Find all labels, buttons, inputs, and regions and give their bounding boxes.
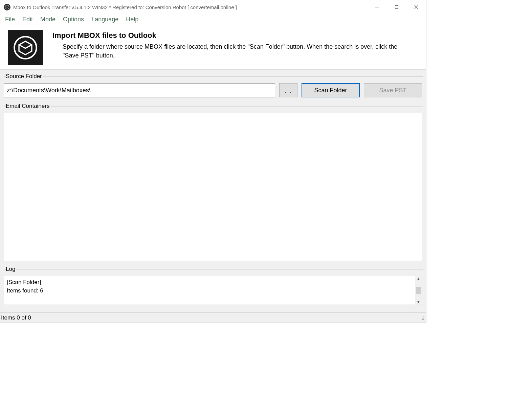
header-headline: Import MBOX files to Outlook [52, 30, 408, 41]
svg-point-8 [422, 318, 423, 319]
header-subtext: Specify a folder where source MBOX files… [63, 42, 408, 60]
menu-mode[interactable]: Mode [40, 16, 56, 23]
log-group: Log [Scan Folder] Items found: 6 ▲ ▼ [4, 266, 423, 307]
email-containers-legend: Email Containers [6, 103, 51, 110]
menu-edit[interactable]: Edit [22, 16, 33, 23]
menu-file[interactable]: File [5, 16, 15, 23]
source-folder-legend: Source Folder [6, 73, 43, 80]
svg-point-11 [422, 319, 423, 320]
scan-folder-button[interactable]: Scan Folder [302, 83, 360, 97]
log-output[interactable]: [Scan Folder] Items found: 6 [4, 276, 415, 305]
status-text: Items 0 of 0 [1, 314, 31, 321]
app-icon [4, 4, 10, 10]
email-containers-list[interactable] [4, 113, 422, 261]
resize-grip-icon[interactable] [419, 315, 425, 321]
source-folder-group: Source Folder ... Scan Folder Save PST [4, 73, 423, 99]
minimize-button[interactable] [367, 0, 387, 14]
svg-point-10 [421, 319, 421, 320]
body: Source Folder ... Scan Folder Save PST E… [0, 70, 426, 312]
window-title: Mbox to Outlook Transfer v.5.4.1.2 WIN32… [13, 4, 237, 10]
scroll-up-icon[interactable]: ▲ [417, 277, 420, 281]
titlebar: Mbox to Outlook Transfer v.5.4.1.2 WIN32… [0, 0, 426, 14]
menu-help[interactable]: Help [126, 16, 138, 23]
scroll-down-icon[interactable]: ▼ [417, 300, 420, 304]
log-scrollbar[interactable]: ▲ ▼ [415, 276, 422, 305]
svg-rect-2 [395, 6, 398, 9]
menu-language[interactable]: Language [91, 16, 118, 23]
app-window: Mbox to Outlook Transfer v.5.4.1.2 WIN32… [0, 0, 426, 323]
maximize-button[interactable] [387, 0, 406, 14]
close-button[interactable] [406, 0, 426, 14]
window-controls [367, 0, 426, 14]
svg-point-12 [423, 319, 424, 320]
browse-button[interactable]: ... [279, 83, 297, 97]
header-panel: Import MBOX files to Outlook Specify a f… [0, 26, 426, 70]
svg-point-9 [423, 318, 424, 319]
svg-point-0 [5, 5, 9, 9]
header-text: Import MBOX files to Outlook Specify a f… [43, 30, 408, 65]
email-containers-group: Email Containers [4, 103, 423, 262]
menu-options[interactable]: Options [63, 16, 84, 23]
envelope-logo-icon [8, 30, 43, 65]
source-folder-input[interactable] [4, 83, 275, 97]
log-legend: Log [6, 266, 17, 273]
statusbar: Items 0 of 0 [0, 312, 426, 323]
menubar: File Edit Mode Options Language Help [0, 14, 426, 26]
save-pst-button[interactable]: Save PST [364, 83, 422, 97]
scroll-thumb[interactable] [416, 287, 421, 294]
svg-point-7 [423, 316, 424, 317]
